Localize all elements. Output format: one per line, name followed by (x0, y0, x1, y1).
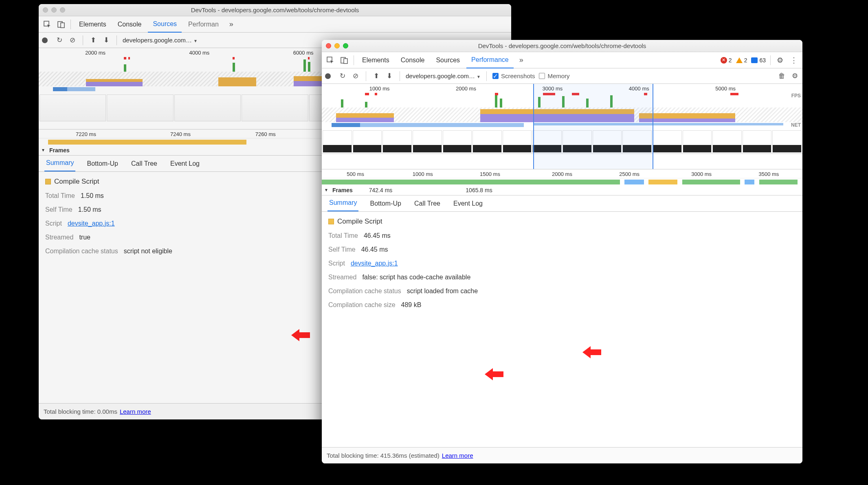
dtab-calltree[interactable]: Call Tree (413, 196, 442, 211)
separator (400, 71, 400, 81)
titlebar[interactable]: DevTools - developers.google.com/web/too… (322, 40, 802, 52)
dtab-bottomup[interactable]: Bottom-Up (368, 196, 402, 211)
upload-icon[interactable]: ⬆ (372, 72, 381, 80)
learn-more-link[interactable]: Learn more (120, 408, 151, 415)
tab-sources[interactable]: Sources (148, 16, 182, 33)
flame-track[interactable] (322, 179, 802, 185)
download-icon[interactable]: ⬇ (385, 72, 394, 80)
svg-rect-5 (344, 59, 347, 64)
device-icon[interactable] (338, 57, 350, 64)
separator (366, 71, 366, 81)
main-tabs: Elements Console Sources Performance » ✕… (322, 52, 802, 68)
lbl-streamed: Streamed (45, 234, 73, 241)
messages-badge[interactable]: 63 (751, 57, 766, 64)
device-icon[interactable] (55, 21, 67, 28)
tbt-label: Total blocking time: (327, 452, 379, 459)
disclosure-tri-icon[interactable]: ▼ (324, 188, 328, 192)
tick: 2000 ms (85, 50, 105, 56)
tab-elements[interactable]: Elements (357, 53, 394, 68)
record-icon[interactable] (42, 37, 51, 43)
trace-select-label: developers.google.com… (406, 72, 475, 79)
settings-gear-icon[interactable]: ⚙ (774, 56, 786, 65)
frames-header[interactable]: ▼ Frames 742.4 ms 1065.8 ms (322, 185, 802, 195)
learn-more-link[interactable]: Learn more (442, 452, 473, 459)
inspect-icon[interactable] (41, 21, 53, 28)
fps-label: FPS (791, 93, 801, 99)
tick: 1500 ms (480, 171, 500, 177)
min-dot[interactable] (334, 43, 340, 48)
kebab-icon[interactable]: ⋮ (788, 56, 800, 65)
upload-icon[interactable]: ⬆ (89, 36, 98, 44)
val-self: 46.45 ms (361, 246, 388, 253)
lbl-self: Self Time (45, 206, 73, 213)
min-dot[interactable] (51, 7, 57, 13)
svg-rect-2 (61, 23, 64, 28)
tick: 7260 ms (255, 131, 276, 137)
tick: 7220 ms (76, 131, 96, 137)
tab-elements[interactable]: Elements (74, 17, 111, 32)
script-link[interactable]: devsite_app.js:1 (68, 220, 115, 227)
tick: 7240 ms (170, 131, 191, 137)
tbt-value: 0.00ms (97, 408, 117, 415)
block-icon[interactable]: ⊘ (351, 72, 360, 80)
dtab-eventlog[interactable]: Event Log (169, 156, 201, 171)
window-controls[interactable] (326, 43, 348, 48)
tab-performance-cut[interactable]: Performan (183, 17, 224, 32)
lbl-script: Script (45, 220, 62, 227)
block-icon[interactable]: ⊘ (68, 36, 77, 44)
dtab-bottomup[interactable]: Bottom-Up (85, 156, 119, 171)
window-controls[interactable] (43, 7, 65, 13)
max-dot[interactable] (60, 7, 65, 13)
lbl-total: Total Time (45, 192, 75, 200)
memory-check[interactable]: Memory (539, 72, 569, 79)
trace-select-label: developers.google.com… (123, 37, 192, 44)
disclosure-tri-icon[interactable]: ▼ (41, 148, 45, 152)
close-dot[interactable] (326, 43, 331, 48)
dtab-calltree[interactable]: Call Tree (130, 156, 159, 171)
delete-icon[interactable]: 🗑 (777, 72, 786, 80)
tick: 500 ms (347, 171, 364, 177)
close-dot[interactable] (43, 7, 48, 13)
lbl-streamed: Streamed (328, 274, 356, 281)
tick: 4000 ms (189, 50, 209, 56)
warnings-badge[interactable]: 2 (736, 57, 747, 64)
tab-performance[interactable]: Performance (466, 52, 514, 68)
lbl-total: Total Time (328, 232, 358, 239)
trace-select[interactable]: developers.google.com…▼ (406, 72, 481, 79)
tab-console[interactable]: Console (113, 17, 147, 32)
lbl-self: Self Time (328, 246, 356, 253)
annotation-arrow-icon (485, 368, 503, 380)
window-title: DevTools - developers.google.com/web/too… (322, 42, 802, 49)
tick: 1000 ms (413, 171, 433, 177)
more-tabs-icon[interactable]: » (515, 56, 527, 64)
record-icon[interactable] (325, 73, 334, 79)
errors-badge[interactable]: ✕2 (721, 57, 732, 64)
main-tabs: Elements Console Sources Performan » (39, 16, 511, 33)
dtab-summary[interactable]: Summary (44, 155, 75, 171)
tick: 2500 ms (619, 171, 639, 177)
annotation-arrow-icon (582, 346, 601, 358)
lbl-ccstatus: Compilation cache status (328, 287, 401, 295)
tick: 3000 ms (691, 171, 712, 177)
settings-gear-icon[interactable]: ⚙ (790, 72, 799, 80)
reload-icon[interactable]: ↻ (55, 36, 64, 44)
frames-label: Frames (332, 187, 353, 193)
separator (70, 20, 71, 29)
more-tabs-icon[interactable]: » (225, 20, 237, 29)
tab-console[interactable]: Console (396, 53, 430, 68)
trace-select[interactable]: developers.google.com…▼ (123, 37, 198, 44)
val-ccsize: 489 kB (401, 301, 422, 309)
tab-sources[interactable]: Sources (431, 53, 465, 68)
reload-icon[interactable]: ↻ (338, 72, 347, 80)
overview[interactable]: 1000 ms 2000 ms 3000 ms 4000 ms 5000 ms … (322, 84, 802, 169)
titlebar[interactable]: DevTools - developers.google.com/web/too… (39, 4, 511, 16)
max-dot[interactable] (343, 43, 348, 48)
screenshots-check[interactable]: ✓Screenshots (492, 72, 535, 79)
dtab-summary[interactable]: Summary (327, 195, 358, 211)
frames-label: Frames (49, 147, 70, 154)
script-link[interactable]: devsite_app.js:1 (351, 260, 398, 267)
download-icon[interactable]: ⬇ (102, 36, 111, 44)
inspect-icon[interactable] (324, 57, 336, 64)
dtab-eventlog[interactable]: Event Log (452, 196, 484, 211)
summary-panel: Compile Script Total Time46.45 ms Self T… (322, 212, 802, 314)
